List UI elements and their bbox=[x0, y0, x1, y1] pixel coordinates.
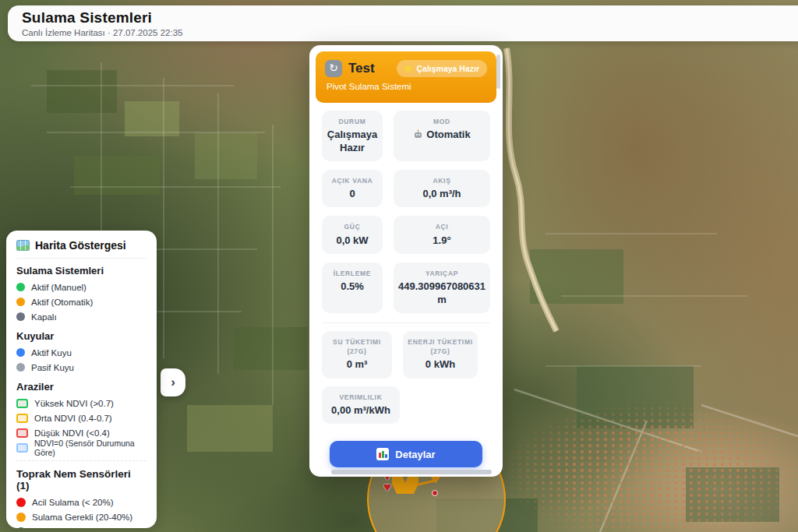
legend-item: Kapalı bbox=[16, 309, 147, 324]
stat-label: İLERLEME bbox=[326, 269, 379, 278]
bar-chart-icon bbox=[376, 448, 389, 460]
legend-item: Yüksek NDVI (>0.7) bbox=[16, 396, 147, 410]
legend-item-label: Aktif (Manuel) bbox=[31, 283, 87, 292]
system-popup-card: ↻ Test Çalışmaya Hazır Pivot Sulama Sist… bbox=[309, 45, 503, 477]
stat-label: GÜÇ bbox=[326, 222, 379, 231]
stat-label: YARIÇAP bbox=[397, 269, 486, 278]
legend-item-label: Normal (40-70%) bbox=[32, 527, 101, 529]
stat-tile-ilerleme: İLERLEME 0.5% bbox=[322, 262, 383, 313]
stat-label: AKIŞ bbox=[397, 176, 486, 185]
legend-item-label: Aktif Kuyu bbox=[31, 348, 72, 358]
legend-section-sensors: Toprak Nem Sensörleri (1) bbox=[16, 468, 147, 491]
legend-item-label: NDVI=0 (Sensör Durumuna Göre) bbox=[34, 439, 147, 457]
details-button[interactable]: Detaylar bbox=[330, 441, 482, 467]
moisture-dot-red bbox=[16, 498, 26, 507]
stat-label: AÇI bbox=[397, 222, 486, 231]
stat-value: Çalışmaya Hazır bbox=[326, 129, 379, 154]
ndvi-swatch-mid bbox=[16, 414, 28, 423]
status-dot-gray bbox=[16, 312, 25, 321]
legend-title: Harita Göstergesi bbox=[35, 239, 126, 252]
sensor-heart-marker[interactable]: ♥ bbox=[383, 481, 391, 494]
stat-value: 0 m³ bbox=[326, 358, 388, 371]
header-text-block: Sulama Sistemleri Canlı İzleme Haritası … bbox=[22, 9, 182, 37]
legend-divider bbox=[16, 460, 147, 461]
legend-item: Normal (40-70%) bbox=[16, 524, 147, 528]
legend-item-label: Pasif Kuyu bbox=[31, 363, 74, 372]
system-name: Test bbox=[348, 61, 390, 76]
stat-value: 0,0 kW bbox=[326, 234, 379, 247]
stat-label: MOD bbox=[397, 117, 486, 126]
app-window: ♥ ♥ Sulama Sistemleri Canlı İzleme Harit… bbox=[0, 0, 798, 532]
status-badge: Çalışmaya Hazır bbox=[397, 60, 487, 77]
stat-tile-verimlilik: VERIMLILIK 0,00 m³/kWh bbox=[322, 386, 400, 425]
popup-header: ↻ Test Çalışmaya Hazır Pivot Sulama Sist… bbox=[316, 51, 496, 103]
stat-tile-acik-vana: AÇIK VANA 0 bbox=[322, 170, 383, 208]
stat-tile-guc: GÜÇ 0,0 kW bbox=[322, 216, 383, 254]
stat-tile-aci: AÇI 1.9° bbox=[394, 216, 490, 254]
stat-tile-mod: MOD Otomatik bbox=[394, 111, 490, 161]
endpoint-dot-marker[interactable] bbox=[432, 490, 438, 496]
stat-tile-su-tuketimi: SU TÜKETIMI (27G) 0 m³ bbox=[322, 331, 392, 379]
legend-item: Aktif Kuyu bbox=[16, 345, 147, 360]
stat-value: 0,0 m³/h bbox=[397, 188, 486, 200]
legend-item: Sulama Gerekli (20-40%) bbox=[16, 509, 147, 524]
ndvi-swatch-high bbox=[16, 399, 28, 408]
details-button-label: Detaylar bbox=[395, 449, 435, 460]
legend-item: NDVI=0 (Sensör Durumuna Göre) bbox=[16, 440, 147, 455]
stat-tile-enerji-tuketimi: ENERJI TÜKETIMI (27G) 0 kWh bbox=[403, 331, 478, 379]
legend-item-label: Sulama Gerekli (20-40%) bbox=[32, 513, 132, 522]
status-dot-blue bbox=[16, 348, 25, 357]
robot-icon bbox=[413, 129, 423, 143]
moisture-dot-orange bbox=[16, 513, 26, 522]
stat-tile-yaricap: YARIÇAP 449.309967080631 m bbox=[394, 262, 490, 313]
stat-value: 0.5% bbox=[326, 280, 379, 293]
status-dot-orange bbox=[16, 298, 25, 306]
legend-item-label: Aktif (Otomatik) bbox=[31, 298, 93, 307]
stat-tile-durum: DURUM Çalışmaya Hazır bbox=[322, 111, 383, 161]
stat-label: SU TÜKETIMI (27G) bbox=[326, 337, 388, 357]
legend-header: Harita Göstergesi bbox=[16, 239, 147, 259]
stat-tile-akis: AKIŞ 0,0 m³/h bbox=[394, 170, 490, 208]
stat-label: AÇIK VANA bbox=[326, 176, 379, 185]
legend-item-label: Yüksek NDVI (>0.7) bbox=[34, 399, 114, 408]
status-dot-icon bbox=[404, 65, 411, 72]
legend-item-label: Düşük NDVI (<0.4) bbox=[34, 428, 110, 438]
stat-value: 449.309967080631 m bbox=[397, 280, 486, 306]
legend-item-label: Kapalı bbox=[31, 312, 57, 322]
horizontal-scrollbar[interactable] bbox=[331, 470, 492, 474]
top-header-bar: Sulama Sistemleri Canlı İzleme Haritası … bbox=[8, 5, 798, 41]
vertical-scrollbar[interactable] bbox=[496, 55, 500, 89]
legend-section-sulama: Sulama Sistemleri bbox=[16, 265, 147, 277]
status-dot-gray bbox=[16, 363, 25, 372]
status-badge-label: Çalışmaya Hazır bbox=[416, 64, 479, 73]
stat-value: 1.9° bbox=[397, 234, 486, 247]
ndvi-swatch-zero bbox=[16, 443, 28, 453]
legend-section-kuyular: Kuyular bbox=[16, 330, 147, 342]
legend-item: Aktif (Otomatik) bbox=[16, 294, 147, 309]
map-legend-panel: Harita Göstergesi Sulama Sistemleri Akti… bbox=[6, 231, 157, 528]
map-icon bbox=[16, 240, 30, 251]
legend-item: Acil Sulama (< 20%) bbox=[16, 495, 147, 509]
moisture-dot-green bbox=[16, 527, 26, 529]
ndvi-swatch-low bbox=[16, 428, 28, 438]
page-subtitle: Canlı İzleme Haritası · 27.07.2025 22:35 bbox=[22, 28, 182, 37]
stat-value: 0 bbox=[326, 188, 379, 200]
legend-item-label: Orta NDVI (0.4-0.7) bbox=[34, 414, 112, 423]
legend-item: Pasif Kuyu bbox=[16, 360, 147, 375]
legend-section-araziler: Araziler bbox=[16, 381, 147, 393]
legend-expand-button[interactable]: › bbox=[161, 368, 185, 396]
stat-label: DURUM bbox=[326, 117, 379, 126]
stat-value: Otomatik bbox=[426, 129, 470, 140]
stat-value: 0 kWh bbox=[407, 358, 474, 371]
legend-item: Aktif (Manuel) bbox=[16, 280, 147, 294]
stat-label: VERIMLILIK bbox=[326, 393, 396, 402]
system-type: Pivot Sulama Sistemi bbox=[327, 82, 487, 91]
legend-item: Orta NDVI (0.4-0.7) bbox=[16, 410, 147, 425]
stats-area: DURUM Çalışmaya Hazır MOD bbox=[316, 103, 496, 467]
legend-item-label: Acil Sulama (< 20%) bbox=[32, 498, 114, 507]
stats-divider bbox=[322, 322, 490, 323]
stat-value: 0,00 m³/kWh bbox=[326, 404, 396, 417]
page-title: Sulama Sistemleri bbox=[22, 9, 182, 26]
map-town-area bbox=[502, 400, 798, 532]
refresh-icon: ↻ bbox=[325, 60, 342, 77]
